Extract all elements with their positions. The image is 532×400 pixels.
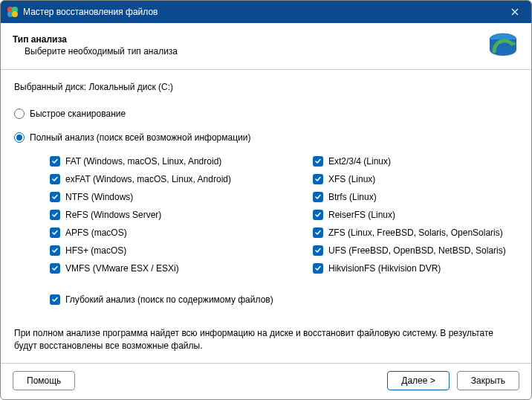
filesystem-label: FAT (Windows, macOS, Linux, Android) [65, 156, 221, 167]
filesystem-label: ZFS (Linux, FreeBSD, Solaris, OpenSolari… [328, 228, 503, 238]
filesystem-checkbox[interactable]: Btrfs (Linux) [313, 192, 506, 202]
filesystem-label: XFS (Linux) [328, 174, 375, 184]
checkbox-checked-icon [313, 156, 323, 167]
filesystem-label: UFS (FreeBSD, OpenBSD, NetBSD, Solaris) [328, 245, 506, 256]
filesystem-checkbox[interactable]: FAT (Windows, macOS, Linux, Android) [50, 156, 231, 167]
filesystem-label: ReiserFS (Linux) [328, 210, 395, 220]
checkbox-checked-icon [313, 228, 323, 238]
filesystem-label: HFS+ (macOS) [65, 245, 126, 256]
radio-checked-icon [14, 132, 25, 143]
filesystem-label: NTFS (Windows) [65, 192, 133, 202]
checkbox-checked-icon [313, 192, 323, 202]
checkbox-checked-icon [50, 245, 60, 256]
quick-scan-radio[interactable]: Быстрое сканирование [14, 109, 518, 119]
checkbox-checked-icon [313, 174, 323, 184]
deep-analysis-checkbox[interactable]: Глубокий анализ (поиск по содержимому фа… [50, 294, 518, 305]
filesystem-label: VMFS (VMware ESX / ESXi) [65, 263, 179, 274]
deep-analysis-label: Глубокий анализ (поиск по содержимому фа… [65, 294, 273, 305]
help-button[interactable]: Помощь [13, 371, 75, 390]
filesystem-checkbox[interactable]: HikvisionFS (Hikvision DVR) [313, 263, 506, 274]
titlebar: Мастер восстановления файлов [1, 1, 531, 23]
wizard-footer: Помощь Далее > Закрыть [1, 363, 531, 400]
filesystem-column-right: Ext2/3/4 (Linux)XFS (Linux)Btrfs (Linux)… [313, 156, 506, 274]
filesystem-label: HikvisionFS (Hikvision DVR) [328, 263, 441, 274]
filesystem-checkbox[interactable]: HFS+ (macOS) [50, 245, 231, 256]
close-window-button[interactable] [499, 1, 531, 23]
full-scan-label: Полный анализ (поиск всей возможной инфо… [30, 132, 250, 143]
filesystem-checkbox[interactable]: exFAT (Windows, macOS, Linux, Android) [50, 174, 231, 184]
filesystem-label: Ext2/3/4 (Linux) [328, 156, 391, 167]
filesystem-checkbox[interactable]: Ext2/3/4 (Linux) [313, 156, 506, 167]
window-title: Мастер восстановления файлов [23, 7, 499, 17]
quick-scan-label: Быстрое сканирование [30, 109, 126, 119]
checkbox-checked-icon [50, 263, 60, 274]
description-text: При полном анализе программа найдет всю … [1, 315, 531, 352]
full-scan-radio[interactable]: Полный анализ (поиск всей возможной инфо… [14, 132, 518, 143]
checkbox-checked-icon [313, 245, 323, 256]
close-button[interactable]: Закрыть [457, 371, 519, 390]
filesystem-grid: FAT (Windows, macOS, Linux, Android)exFA… [50, 156, 518, 274]
selected-disk-value: Локальный диск (C:) [88, 82, 173, 92]
selected-disk-label: Выбранный диск: [14, 82, 86, 92]
filesystem-checkbox[interactable]: UFS (FreeBSD, OpenBSD, NetBSD, Solaris) [313, 245, 506, 256]
next-button[interactable]: Далее > [387, 371, 450, 390]
app-logo-icon [7, 6, 19, 18]
selected-disk-line: Выбранный диск: Локальный диск (C:) [14, 82, 518, 92]
close-icon [511, 8, 519, 16]
filesystem-checkbox[interactable]: ReFS (Windows Server) [50, 210, 231, 220]
checkbox-checked-icon [313, 210, 323, 220]
recovery-disk-icon [487, 29, 519, 62]
svg-point-3 [12, 11, 18, 17]
checkbox-checked-icon [50, 210, 60, 220]
filesystem-label: Btrfs (Linux) [328, 192, 377, 202]
page-subtitle: Выберите необходимый тип анализа [13, 46, 487, 57]
checkbox-checked-icon [50, 192, 60, 202]
page-title: Тип анализа [13, 34, 487, 45]
radio-unchecked-icon [14, 109, 25, 119]
filesystem-checkbox[interactable]: ReiserFS (Linux) [313, 210, 506, 220]
filesystem-label: APFS (macOS) [65, 228, 127, 238]
filesystem-checkbox[interactable]: APFS (macOS) [50, 228, 231, 238]
filesystem-label: exFAT (Windows, macOS, Linux, Android) [65, 174, 231, 184]
wizard-header: Тип анализа Выберите необходимый тип ана… [1, 23, 531, 70]
checkbox-checked-icon [50, 294, 60, 305]
checkbox-checked-icon [50, 156, 60, 167]
filesystem-checkbox[interactable]: VMFS (VMware ESX / ESXi) [50, 263, 231, 274]
filesystem-checkbox[interactable]: NTFS (Windows) [50, 192, 231, 202]
checkbox-checked-icon [50, 228, 60, 238]
checkbox-checked-icon [50, 174, 60, 184]
checkbox-checked-icon [313, 263, 323, 274]
filesystem-checkbox[interactable]: ZFS (Linux, FreeBSD, Solaris, OpenSolari… [313, 228, 506, 238]
filesystem-column-left: FAT (Windows, macOS, Linux, Android)exFA… [50, 156, 231, 274]
filesystem-label: ReFS (Windows Server) [65, 210, 161, 220]
filesystem-checkbox[interactable]: XFS (Linux) [313, 174, 506, 184]
